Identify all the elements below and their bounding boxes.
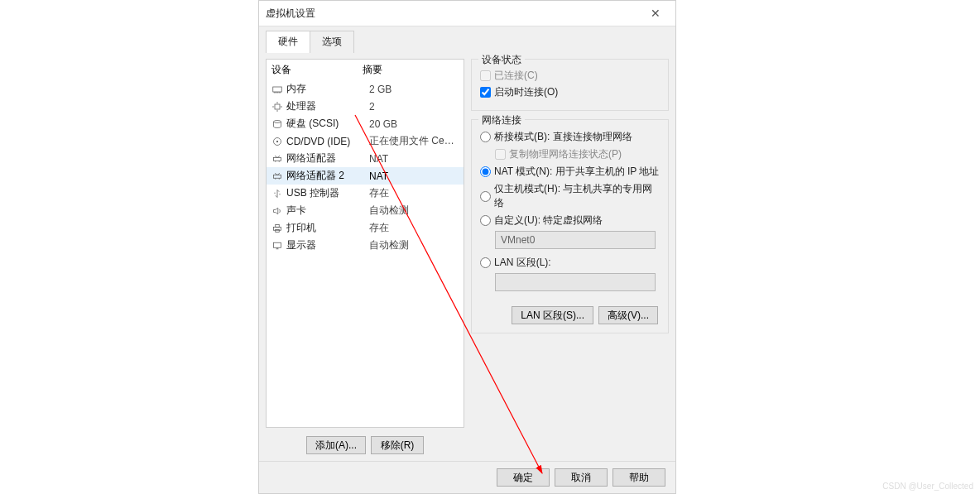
device-summary: 正在使用文件 CentOS-7-x86_... — [369, 134, 459, 148]
watermark: CSDN @User_Collected — [882, 482, 973, 491]
device-status-group: 设备状态 已连接(C) 启动时连接(O) — [471, 59, 669, 111]
device-name: 处理器 — [286, 99, 366, 113]
device-row[interactable]: 显示器自动检测 — [267, 237, 464, 254]
advanced-button[interactable]: 高级(V)... — [598, 306, 658, 324]
svg-rect-5 — [274, 157, 281, 161]
device-summary: NAT — [369, 170, 459, 182]
device-row[interactable]: 网络适配器NAT — [267, 150, 464, 167]
close-icon[interactable]: ✕ — [642, 7, 669, 20]
usb-icon — [271, 189, 283, 199]
device-name: USB 控制器 — [286, 186, 366, 200]
replicate-checkbox: 复制物理网络连接状态(P) — [495, 147, 660, 161]
device-row[interactable]: CD/DVD (IDE)正在使用文件 CentOS-7-x86_... — [267, 132, 464, 150]
device-summary: 存在 — [369, 186, 459, 200]
disk-icon — [271, 119, 283, 129]
col-device: 设备 — [271, 63, 363, 77]
device-name: CD/DVD (IDE) — [286, 136, 366, 147]
display-icon — [271, 241, 283, 251]
device-buttons: 添加(A)... 移除(R) — [266, 433, 464, 454]
device-name: 声卡 — [286, 204, 366, 218]
svg-rect-0 — [273, 87, 282, 92]
svg-point-2 — [274, 120, 281, 122]
sound-icon — [271, 206, 283, 216]
device-list: 设备 摘要 内存2 GB处理器2硬盘 (SCSI)20 GBCD/DVD (ID… — [266, 59, 464, 428]
device-summary: 2 GB — [369, 84, 459, 95]
device-list-header: 设备 摘要 — [267, 60, 464, 80]
remove-button[interactable]: 移除(R) — [371, 436, 424, 454]
svg-rect-10 — [274, 242, 281, 247]
vm-settings-dialog: 虚拟机设置 ✕ 硬件 选项 设备 摘要 内存2 GB处理器2硬盘 (SCSI)2… — [258, 0, 676, 494]
cpu-icon — [271, 102, 283, 112]
device-row[interactable]: 声卡自动检测 — [267, 202, 464, 219]
col-summary: 摘要 — [363, 63, 382, 77]
radio-custom-input[interactable] — [480, 215, 491, 226]
replicate-input — [495, 149, 506, 160]
radio-bridged[interactable]: 桥接模式(B): 直接连接物理网络 — [480, 130, 660, 144]
svg-rect-8 — [276, 224, 280, 227]
device-row[interactable]: USB 控制器存在 — [267, 185, 464, 202]
status-legend: 设备状态 — [478, 53, 525, 67]
device-name: 网络适配器 2 — [286, 169, 366, 183]
dialog-footer: 确定 取消 帮助 — [259, 461, 675, 493]
custom-network-select[interactable]: VMnet0 — [495, 231, 656, 249]
tab-strip: 硬件 选项 — [259, 26, 675, 52]
device-name: 内存 — [286, 82, 366, 96]
radio-nat[interactable]: NAT 模式(N): 用于共享主机的 IP 地址 — [480, 165, 660, 179]
device-name: 网络适配器 — [286, 151, 366, 165]
device-summary: 自动检测 — [369, 238, 459, 252]
tab-options[interactable]: 选项 — [310, 31, 354, 53]
help-button[interactable]: 帮助 — [612, 468, 665, 487]
network-icon — [271, 171, 283, 181]
radio-lan[interactable]: LAN 区段(L): — [480, 256, 660, 270]
device-summary: 2 — [369, 101, 459, 113]
lan-segments-button[interactable]: LAN 区段(S)... — [512, 306, 593, 324]
add-button[interactable]: 添加(A)... — [306, 436, 366, 454]
cd-icon — [271, 137, 283, 146]
device-row[interactable]: 硬盘 (SCSI)20 GB — [267, 115, 464, 132]
lan-segment-select[interactable] — [495, 273, 656, 291]
network-legend: 网络连接 — [478, 113, 525, 127]
network-connection-group: 网络连接 桥接模式(B): 直接连接物理网络 复制物理网络连接状态(P) NAT… — [471, 119, 669, 333]
device-summary: 自动检测 — [369, 204, 459, 218]
left-panel: 设备 摘要 内存2 GB处理器2硬盘 (SCSI)20 GBCD/DVD (ID… — [266, 59, 464, 454]
device-name: 打印机 — [286, 221, 366, 235]
radio-bridged-input[interactable] — [480, 132, 491, 142]
titlebar: 虚拟机设置 ✕ — [259, 1, 675, 26]
svg-rect-1 — [275, 104, 280, 109]
device-summary: 20 GB — [369, 118, 459, 130]
connected-checkbox: 已连接(C) — [480, 69, 660, 83]
tab-hardware[interactable]: 硬件 — [266, 31, 310, 53]
connect-at-poweron-input[interactable] — [480, 87, 491, 98]
cancel-button[interactable]: 取消 — [555, 468, 608, 487]
device-summary: NAT — [369, 153, 459, 165]
right-panel: 设备状态 已连接(C) 启动时连接(O) 网络连接 桥接模式(B): 直接连接物… — [471, 59, 669, 454]
network-icon — [271, 154, 283, 164]
device-summary: 存在 — [369, 221, 459, 235]
dialog-body: 设备 摘要 内存2 GB处理器2硬盘 (SCSI)20 GBCD/DVD (ID… — [259, 52, 675, 461]
device-row[interactable]: 网络适配器 2NAT — [267, 167, 464, 185]
ok-button[interactable]: 确定 — [497, 468, 550, 487]
device-row[interactable]: 处理器2 — [267, 98, 464, 115]
device-name: 显示器 — [286, 238, 366, 252]
radio-lan-input[interactable] — [480, 257, 491, 268]
svg-rect-6 — [274, 175, 281, 178]
radio-hostonly-input[interactable] — [480, 191, 491, 202]
svg-point-4 — [276, 140, 278, 141]
device-row[interactable]: 内存2 GB — [267, 80, 464, 98]
connect-at-poweron-checkbox[interactable]: 启动时连接(O) — [480, 85, 660, 99]
radio-hostonly[interactable]: 仅主机模式(H): 与主机共享的专用网络 — [480, 182, 660, 210]
connected-input — [480, 70, 491, 81]
printer-icon — [271, 223, 283, 233]
device-row[interactable]: 打印机存在 — [267, 219, 464, 237]
device-name: 硬盘 (SCSI) — [286, 117, 366, 131]
radio-custom[interactable]: 自定义(U): 特定虚拟网络 — [480, 213, 660, 228]
memory-icon — [271, 84, 283, 94]
window-title: 虚拟机设置 — [266, 7, 642, 21]
radio-nat-input[interactable] — [480, 166, 491, 177]
